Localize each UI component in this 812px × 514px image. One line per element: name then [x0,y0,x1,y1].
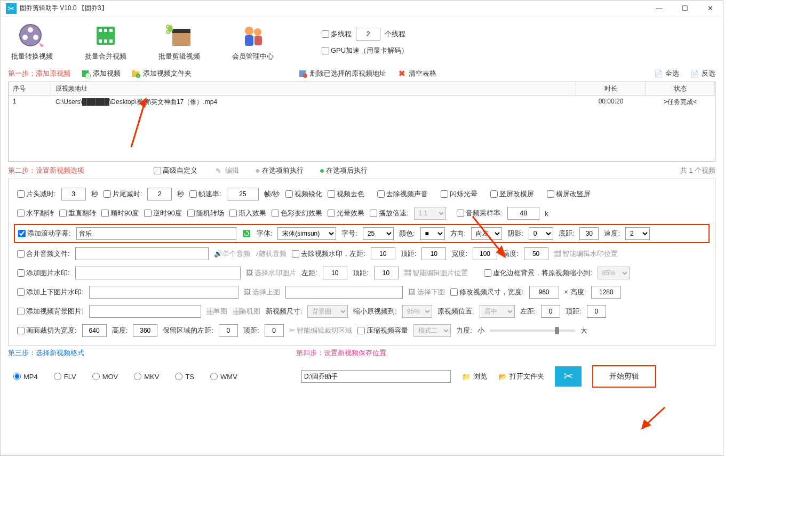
cw90-checkbox[interactable]: 顺时90度 [101,208,139,218]
fps-input[interactable] [227,188,259,200]
sample-rate-checkbox[interactable]: 音频采样率: [457,208,503,218]
keep-top-input[interactable] [265,324,284,337]
format-wmv-radio[interactable]: WMV [210,373,237,381]
rand-trans-checkbox[interactable]: 随机转场 [187,208,224,218]
invert-selection-button[interactable]: 📄 反选 [690,69,715,78]
head-cut-checkbox[interactable]: 片头减时: [17,189,56,199]
batch-clip-button[interactable]: 批量剪辑视频 [158,22,200,61]
shadow-select[interactable]: 0 [529,227,553,240]
batch-merge-button[interactable]: 批量合并视频 [85,22,126,61]
select-all-button[interactable]: 📄 全选 [654,69,679,78]
keep-left-input[interactable] [219,324,238,337]
merge-audio-checkbox[interactable]: 合并音频文件: [17,249,70,259]
v2h-checkbox[interactable]: 竖屏改横屏 [490,189,534,199]
clear-table-button[interactable]: ✖ 清空表格 [397,69,436,78]
fade-checkbox[interactable]: 渐入效果 [229,208,266,218]
bg-top-input[interactable] [587,305,606,318]
tail-cut-checkbox[interactable]: 片尾减时: [104,189,142,199]
add-video-button[interactable]: + 添加视频 [81,69,121,78]
head-cut-input[interactable] [61,188,86,200]
wm-width-input[interactable] [473,247,497,260]
color-shift-checkbox[interactable]: 色彩变幻效果 [272,208,322,218]
compress-checkbox[interactable]: 压缩视频容量 [357,326,408,335]
flash-checkbox[interactable]: 闪烁光晕 [441,189,477,199]
delete-selected-button[interactable]: − 删除已选择的原视频地址 [298,69,386,78]
start-edit-button[interactable]: 开始剪辑 [592,365,656,388]
direction-select[interactable]: 向左 [471,227,502,240]
batch-convert-button[interactable]: 批量转换视频 [11,22,53,61]
scissors-button[interactable]: ✂ [555,366,582,387]
subtitle-text-input[interactable] [76,227,236,240]
wm-left-input[interactable] [371,247,395,260]
refresh-icon[interactable] [242,229,251,238]
format-mov-radio[interactable]: MOV [92,373,118,381]
strength-slider[interactable] [490,330,575,332]
minimize-button[interactable]: — [651,2,667,14]
resize-w-input[interactable] [529,286,559,299]
mute-checkbox[interactable]: 去除视频声音 [377,189,428,199]
add-folder-button[interactable]: + 添加视频文件夹 [131,69,192,78]
vflip-checkbox[interactable]: 垂直翻转 [59,208,96,218]
blur-border-checkbox[interactable]: 虚化边框背景，将原视频缩小到: [484,268,592,278]
sample-rate-input[interactable] [507,207,539,220]
format-ts-radio[interactable]: TS [175,373,194,381]
multithread-checkbox[interactable]: 多线程 [322,29,352,39]
scroll-speed-select[interactable]: 2 [625,227,650,240]
bg-left-input[interactable] [541,305,560,318]
bg-img-checkbox[interactable]: 添加视频背景图片: [17,307,84,316]
blur-pct-select[interactable]: 85% [598,267,630,279]
h2v-checkbox[interactable]: 横屏改竖屏 [547,189,591,199]
gpu-accel-checkbox[interactable]: GPU加速（用显卡解码） [322,46,408,55]
exec-after-radio[interactable]: ●在选项后执行 [320,166,368,175]
audio-path-input[interactable] [75,247,209,260]
desaturate-checkbox[interactable]: 视频去色 [328,189,364,199]
format-flv-radio[interactable]: FLV [54,373,76,381]
thread-count-input[interactable] [356,28,380,41]
crop-h-input[interactable] [133,324,157,337]
wm-top-input[interactable] [421,247,446,260]
crop-w-input[interactable] [82,324,107,337]
color-select[interactable]: ■ [420,227,445,240]
resize-checkbox[interactable]: 修改视频尺寸，宽度: [450,287,524,297]
font-size-select[interactable]: 25 [363,227,394,240]
bottom-dist-input[interactable] [579,227,599,240]
compress-mode-select[interactable]: 模式二 [413,324,451,337]
img-top-input[interactable] [374,267,399,279]
orig-pos-select[interactable]: 居中 [480,305,515,318]
open-folder-button[interactable]: 📂 打开文件夹 [498,372,544,381]
browse-button[interactable]: 📁 浏览 [461,372,487,381]
output-path-input[interactable] [301,370,451,383]
scroll-subtitle-checkbox[interactable]: 添加滚动字幕: [18,229,71,238]
font-select[interactable]: 宋体(simsun) [277,227,336,240]
speed-checkbox[interactable]: 播放倍速: [370,208,409,218]
img-left-input[interactable] [323,267,347,279]
bot-img-input[interactable] [285,286,403,299]
exec-before-radio[interactable]: ●在选项前执行 [255,166,304,175]
tail-cut-input[interactable] [147,188,172,200]
crop-checkbox[interactable]: 画面裁切为宽度: [17,326,77,335]
member-center-button[interactable]: 会员管理中心 [232,22,274,61]
img-watermark-checkbox[interactable]: 添加图片水印: [17,268,70,278]
advanced-checkbox[interactable]: 高级自定义 [154,166,197,175]
fps-checkbox[interactable]: 帧速率: [189,189,221,199]
top-img-input[interactable] [89,286,238,299]
tb-watermark-checkbox[interactable]: 添加上下图片水印: [17,287,84,297]
maximize-button[interactable]: ☐ [678,2,692,14]
speed-select[interactable]: 1.1 [414,207,446,220]
table-row[interactable]: 1 C:\Users\██████\Desktop\视频\英文神曲17（修）.m… [9,96,715,109]
new-size-select[interactable]: 背景图 [307,305,348,318]
img-wm-path-input[interactable] [75,267,241,279]
sharpen-checkbox[interactable]: 视频锐化 [285,189,322,199]
remove-watermark-checkbox[interactable]: 去除视频水印，左距: [292,249,365,259]
bg-img-input[interactable] [89,305,201,318]
shrink-select[interactable]: 95% [402,305,432,318]
format-mkv-radio[interactable]: MKV [134,373,159,381]
wm-height-input[interactable] [524,247,548,260]
halo-checkbox[interactable]: 光晕效果 [328,208,364,218]
format-mp4-radio[interactable]: MP4 [13,373,38,381]
ccw90-checkbox[interactable]: 逆时90度 [144,208,181,218]
resize-h-input[interactable] [591,286,621,299]
video-table[interactable]: 序号 原视频地址 时长 状态 1 C:\Users\██████\Desktop… [8,82,715,162]
close-button[interactable]: ✕ [703,2,718,14]
hflip-checkbox[interactable]: 水平翻转 [17,208,54,218]
